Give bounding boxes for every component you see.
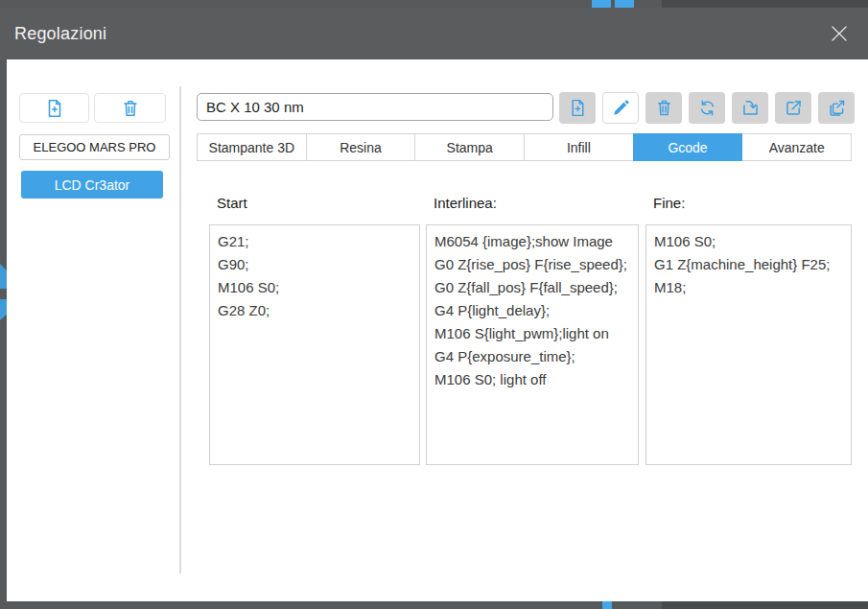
gcode-section-fine: Fine: M106 S0; G1 Z{machine_height} F25;… — [645, 195, 852, 465]
import-profile-button[interactable] — [732, 92, 768, 124]
tab-label: Infill — [567, 140, 591, 155]
tab-infill[interactable]: Infill — [524, 133, 634, 161]
import-icon — [740, 98, 761, 118]
tab-label: Gcode — [668, 140, 707, 155]
background-toolbar-button-fragment — [602, 601, 612, 609]
reset-profile-button[interactable] — [689, 92, 725, 124]
tab-gcode[interactable]: Gcode — [633, 133, 743, 161]
background-app-panel-fragment — [662, 601, 868, 609]
background-app-panel-fragment — [662, 0, 868, 8]
delete-profile-button[interactable] — [94, 93, 166, 123]
tab-label: Resina — [340, 140, 382, 155]
dialog-title: Regolazioni — [0, 24, 106, 44]
tab-avanzate[interactable]: Avanzate — [741, 133, 852, 161]
export-profile-button[interactable] — [775, 92, 811, 124]
trash-icon — [654, 98, 674, 118]
background-app-top-fragment — [0, 0, 868, 8]
delete-profile-toolbar-button[interactable] — [645, 92, 682, 124]
profile-label: ELEGOO MARS PRO — [34, 140, 156, 154]
background-toolbar-button-fragment — [615, 0, 634, 8]
dialog-body: ELEGOO MARS PRO LCD Cr3ator — [7, 59, 868, 601]
tab-label: Avanzate — [769, 140, 825, 155]
close-icon — [827, 21, 852, 46]
gcode-start-textarea[interactable]: G21; G90; M106 S0; G28 Z0; — [209, 224, 420, 465]
pencil-icon — [611, 98, 631, 118]
tab-label: Stampante 3D — [209, 140, 295, 155]
sidebar-divider — [179, 86, 181, 574]
profile-label: LCD Cr3ator — [55, 177, 130, 193]
background-app-bottom-fragment — [0, 601, 868, 609]
export-icon — [784, 98, 804, 118]
refresh-icon — [697, 98, 717, 118]
gcode-section-label: Start — [209, 195, 420, 211]
trash-icon — [120, 98, 141, 119]
gcode-section-start: Start G21; G90; M106 S0; G28 Z0; — [209, 195, 420, 465]
gcode-section-label: Fine: — [645, 195, 852, 211]
edit-profile-button[interactable] — [602, 92, 639, 124]
close-button[interactable] — [822, 16, 856, 51]
profile-toolbar — [559, 92, 855, 124]
background-chevron-fragment — [0, 299, 7, 320]
profile-item-elegoo-mars-pro[interactable]: ELEGOO MARS PRO — [19, 134, 170, 160]
tab-stampa[interactable]: Stampa — [414, 133, 525, 161]
settings-tabs: Stampante 3D Resina Stampa Infill Gcode … — [197, 133, 852, 161]
tab-resina[interactable]: Resina — [306, 133, 416, 161]
background-chevron-fragment — [0, 264, 7, 289]
background-toolbar-button-fragment — [592, 0, 611, 8]
file-plus-icon — [568, 98, 588, 118]
gcode-fine-textarea[interactable]: M106 S0; G1 Z{machine_height} F25; M18; — [645, 224, 852, 465]
background-app-left-fragment — [0, 59, 7, 609]
dialog-titlebar: Regolazioni — [0, 8, 868, 59]
export-all-icon — [827, 98, 847, 118]
profile-item-lcd-cr3ator[interactable]: LCD Cr3ator — [21, 171, 163, 199]
gcode-interlinea-textarea[interactable]: M6054 {image};show Image G0 Z{rise_pos} … — [426, 224, 639, 465]
export-all-profiles-button[interactable] — [818, 92, 855, 124]
file-plus-icon — [44, 98, 65, 119]
profile-name-input[interactable] — [197, 93, 553, 121]
gcode-section-interlinea: Interlinea: M6054 {image};show Image G0 … — [426, 195, 639, 465]
tab-label: Stampa — [447, 140, 493, 155]
new-profile-button[interactable] — [559, 92, 596, 124]
add-profile-button[interactable] — [19, 93, 89, 123]
tab-stampante-3d[interactable]: Stampante 3D — [197, 133, 307, 161]
settings-dialog-screen: Regolazioni ELEGOO MARS PRO LCD Cr3ator — [0, 0, 868, 609]
gcode-section-label: Interlinea: — [426, 195, 639, 211]
